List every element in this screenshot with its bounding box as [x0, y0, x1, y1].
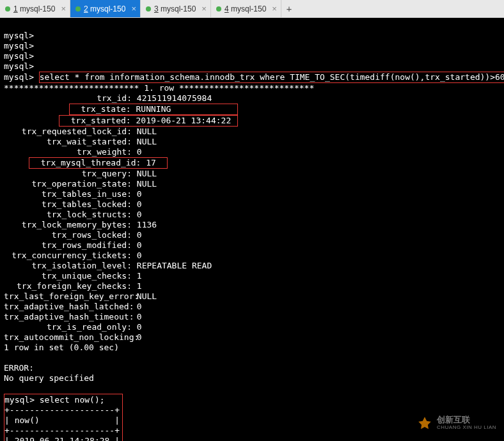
field-label: trx_query: — [4, 169, 132, 179]
field-label: trx_adaptive_hash_latched: — [4, 302, 132, 312]
status-dot-icon — [75, 6, 81, 12]
field-value: NULL — [137, 127, 157, 137]
field-label: trx_adaptive_hash_timeout: — [4, 312, 132, 322]
close-icon[interactable]: × — [131, 4, 136, 13]
field-label: trx_wait_started: — [4, 137, 132, 147]
tab-num: 2 — [84, 4, 88, 13]
field-value: 421511914075984 — [137, 93, 212, 104]
now-sep: +---------------------+ — [4, 426, 120, 435]
field-value: 0 — [137, 210, 142, 220]
tab-2[interactable]: 2 mysql-150 × — [70, 0, 141, 17]
field-highlight: trx_started: 2019-06-21 13:44:22 — [4, 116, 238, 125]
field-value: 0 — [137, 302, 142, 312]
field-value: 0 — [137, 199, 142, 210]
prompt: mysql> — [4, 61, 34, 71]
field-label: trx_autocommit_non_locking: — [4, 332, 132, 343]
watermark: 创新互联 CHUANG XIN HU LIAN — [416, 415, 496, 432]
error-label: ERROR: — [4, 363, 34, 373]
close-icon[interactable]: × — [272, 4, 277, 13]
field-value: 0 — [137, 332, 142, 343]
logo-icon — [416, 415, 433, 432]
field-highlight: trx_state: RUNNING — [4, 104, 238, 114]
field-label: trx_rows_locked: — [4, 230, 132, 240]
row-header: *************************** 1. row *****… — [4, 83, 314, 93]
field-value: NULL — [137, 179, 157, 189]
prompt: mysql> — [4, 51, 34, 61]
close-icon[interactable]: × — [61, 4, 66, 13]
close-icon[interactable]: × — [201, 4, 207, 13]
field-label: trx_weight: — [4, 147, 132, 157]
add-tab-button[interactable]: + — [281, 0, 297, 17]
result-summary: 1 row in set (0.00 sec) — [4, 343, 119, 352]
tab-3[interactable]: 3 mysql-150 × — [141, 0, 211, 17]
tab-num: 4 — [224, 4, 229, 13]
field-value: 1 — [137, 281, 142, 291]
field-value: 0 — [137, 189, 142, 199]
field-value: 1136 — [137, 220, 157, 230]
prompt: mysql> — [4, 41, 34, 50]
status-dot-icon — [5, 6, 10, 12]
field-value: NULL — [137, 169, 157, 179]
field-value: 0 — [137, 240, 142, 251]
tab-label: mysql-150 — [90, 4, 125, 13]
now-val: | 2019-06-21 14:28:28 | — [4, 436, 120, 441]
field-value: 0 — [137, 312, 142, 322]
tab-label: mysql-150 — [20, 4, 55, 13]
field-value: NULL — [137, 137, 157, 147]
prompt: mysql> — [4, 31, 34, 40]
field-label: trx_lock_structs: — [4, 210, 132, 220]
field-label: trx_requested_lock_id: — [4, 127, 132, 137]
field-label: trx_isolation_level: — [4, 261, 132, 271]
prompt: mysql> — [4, 72, 34, 82]
field-label: trx_foreign_key_checks: — [4, 281, 132, 291]
now-query-highlight: mysql> select now(); +------------------… — [4, 394, 123, 441]
field-label: trx_concurrency_tickets: — [4, 251, 132, 261]
field-label: trx_operation_state: — [4, 179, 132, 189]
field-highlight: trx_mysql_thread_id: 17 — [4, 158, 168, 167]
terminal[interactable]: mysql> mysql> mysql> mysql> mysql> selec… — [0, 18, 504, 441]
tab-4[interactable]: 4 mysql-150 × — [211, 0, 281, 17]
now-sep: +---------------------+ — [4, 405, 120, 415]
watermark-line2: CHUANG XIN HU LIAN — [437, 424, 496, 431]
field-label: trx_id: — [4, 93, 132, 104]
field-label: trx_tables_in_use: — [4, 189, 132, 199]
field-value: 1 — [137, 271, 142, 281]
field-value: 0 — [137, 251, 142, 261]
now-query: mysql> select now(); — [4, 395, 105, 405]
field-label: trx_last_foreign_key_error: — [4, 291, 132, 302]
now-head: | now() | — [4, 415, 120, 425]
status-dot-icon — [216, 6, 221, 12]
field-value: NULL — [137, 291, 157, 302]
field-value: 0 — [137, 147, 142, 157]
status-dot-icon — [146, 6, 151, 12]
field-value: 0 — [137, 322, 142, 332]
error-text: No query specified — [4, 373, 94, 383]
tab-num: 1 — [13, 4, 18, 13]
field-label: trx_unique_checks: — [4, 271, 132, 281]
tab-1[interactable]: 1 mysql-150 × — [0, 0, 70, 17]
tab-label: mysql-150 — [161, 4, 196, 13]
tab-num: 3 — [154, 4, 159, 13]
query-highlight: select * from information_schema.innodb_… — [39, 72, 504, 83]
field-label: trx_is_read_only: — [4, 322, 132, 332]
field-label: trx_tables_locked: — [4, 199, 132, 210]
field-label: trx_lock_memory_bytes: — [4, 220, 132, 230]
field-label: trx_rows_modified: — [4, 240, 132, 251]
tab-label: mysql-150 — [231, 4, 266, 13]
tab-bar: 1 mysql-150 × 2 mysql-150 × 3 mysql-150 … — [0, 0, 504, 18]
field-value: REPEATABLE READ — [137, 261, 212, 271]
watermark-line1: 创新互联 — [437, 416, 496, 424]
field-value: 0 — [137, 230, 142, 240]
